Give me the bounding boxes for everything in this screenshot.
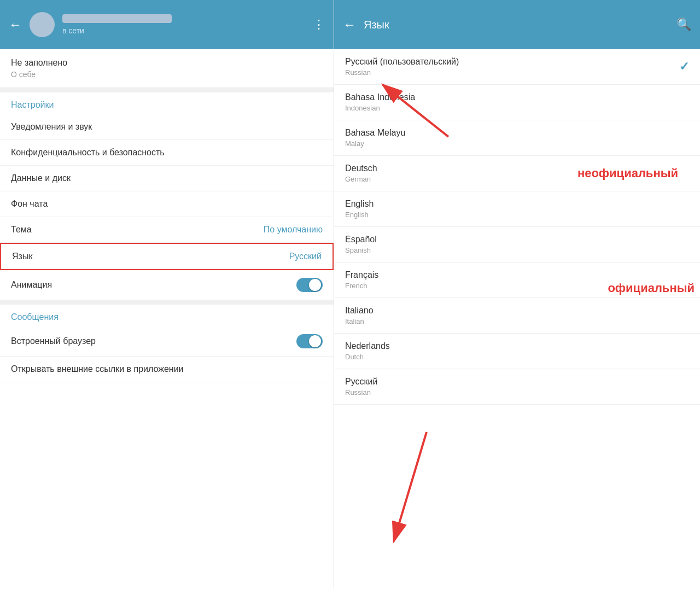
settings-data-label: Данные и диск (11, 173, 71, 183)
lang-name: Español (345, 235, 377, 244)
settings-notifications[interactable]: Уведомления и звук (0, 114, 334, 140)
more-button[interactable]: ⋮ (313, 18, 325, 32)
settings-theme-value: По умолчанию (264, 225, 323, 235)
animation-toggle[interactable] (296, 278, 323, 292)
settings-language-value: Русский (289, 252, 322, 261)
lang-sub: Indonesian (345, 104, 415, 112)
lang-item-malay[interactable]: Bahasa Melayu Malay (334, 120, 700, 156)
lang-item-text: Deutsch German (345, 164, 377, 183)
settings-theme-label: Тема (11, 225, 32, 235)
left-back-button[interactable]: ← (9, 17, 22, 32)
right-panel: ← Язык 🔍 Русский (пользовательский) Russ… (334, 0, 700, 589)
lang-sub: English (345, 211, 374, 219)
lang-item-text: Italiano Italian (345, 306, 374, 325)
lang-name: Русский (пользовательский) (345, 57, 459, 67)
lang-name: Bahasa Melayu (345, 128, 405, 138)
settings-section-header: Настройки (0, 92, 334, 114)
lang-sub: Malay (345, 139, 405, 148)
settings-browser-label: Встроенный браузер (11, 336, 96, 346)
lang-item-spanish[interactable]: Español Spanish (334, 227, 700, 263)
right-header: ← Язык 🔍 (334, 0, 700, 49)
lang-item-text: Русский (пользовательский) Russian (345, 57, 459, 77)
section-divider (0, 88, 334, 92)
messages-divider (0, 300, 334, 305)
lang-item-dutch[interactable]: Nederlands Dutch (334, 334, 700, 369)
settings-open-links: Открывать внешние ссылки в приложении (0, 357, 334, 382)
settings-theme[interactable]: Тема По умолчанию (0, 217, 334, 243)
left-header: ← в сети ⋮ (0, 0, 334, 49)
settings-animation: Анимация (0, 270, 334, 300)
messages-section-header: Сообщения (0, 305, 334, 326)
profile-not-filled: Не заполнено (11, 58, 323, 68)
lang-name: Français (345, 270, 378, 280)
settings-privacy-label: Конфиденциальность и безопасность (11, 148, 165, 158)
lang-sub: Italian (345, 317, 374, 325)
settings-animation-label: Анимация (11, 280, 52, 290)
language-page-title: Язык (364, 19, 669, 31)
lang-item-russian-custom[interactable]: Русский (пользовательский) Russian ✓ (334, 49, 700, 85)
left-panel: ← в сети ⋮ Не заполнено О себе Настройки… (0, 0, 334, 589)
lang-item-text: Nederlands Dutch (345, 341, 390, 361)
lang-name: Italiano (345, 306, 374, 316)
lang-item-german[interactable]: Deutsch German неофициальный (334, 156, 700, 191)
official-annotation: официальный (608, 281, 695, 295)
lang-item-russian[interactable]: Русский Russian (334, 369, 700, 405)
browser-toggle[interactable] (296, 334, 323, 348)
lang-item-text: Русский Russian (345, 377, 377, 396)
lang-sub: German (345, 175, 377, 183)
settings-notifications-label: Уведомления и звук (11, 122, 92, 132)
language-list: Русский (пользовательский) Russian ✓ Bah… (334, 49, 700, 589)
lang-item-text: Bahasa Indonesia Indonesian (345, 92, 415, 112)
lang-item-french[interactable]: Français French официальный (334, 263, 700, 298)
lang-sub: Dutch (345, 353, 390, 361)
user-info: в сети (62, 14, 305, 35)
lang-name: Русский (345, 377, 377, 387)
search-button[interactable]: 🔍 (676, 18, 691, 32)
lang-name: Deutsch (345, 164, 377, 173)
settings-chat-bg-label: Фон чата (11, 199, 48, 209)
left-content: Не заполнено О себе Настройки Уведомлени… (0, 49, 334, 589)
selected-checkmark: ✓ (679, 60, 689, 74)
lang-sub: Russian (345, 68, 459, 77)
lang-sub: Spanish (345, 246, 377, 254)
settings-data[interactable]: Данные и диск (0, 166, 334, 191)
settings-browser: Встроенный браузер (0, 326, 334, 357)
settings-language-label: Язык (12, 252, 32, 261)
lang-sub: Russian (345, 388, 377, 396)
lang-name: Nederlands (345, 341, 390, 351)
lang-item-text: Français French (345, 270, 378, 290)
profile-section: Не заполнено О себе (0, 49, 334, 88)
settings-open-links-label: Открывать внешние ссылки в приложении (11, 364, 184, 374)
lang-item-text: English English (345, 199, 374, 219)
lang-item-english[interactable]: English English (334, 191, 700, 227)
lang-item-indonesian[interactable]: Bahasa Indonesia Indonesian (334, 85, 700, 120)
lang-name: English (345, 199, 374, 209)
lang-item-text: Español Spanish (345, 235, 377, 254)
settings-chat-bg[interactable]: Фон чата (0, 191, 334, 217)
right-back-button[interactable]: ← (343, 17, 356, 32)
user-status: в сети (62, 26, 305, 35)
settings-language[interactable]: Язык Русский (0, 243, 334, 270)
lang-name: Bahasa Indonesia (345, 92, 415, 102)
settings-privacy[interactable]: Конфиденциальность и безопасность (0, 140, 334, 166)
unofficial-annotation: неофициальный (578, 166, 678, 180)
lang-sub: French (345, 282, 378, 290)
profile-about: О себе (11, 70, 323, 79)
avatar (30, 12, 55, 37)
lang-item-text: Bahasa Melayu Malay (345, 128, 405, 148)
user-name (62, 14, 172, 23)
lang-item-italian[interactable]: Italiano Italian (334, 298, 700, 334)
